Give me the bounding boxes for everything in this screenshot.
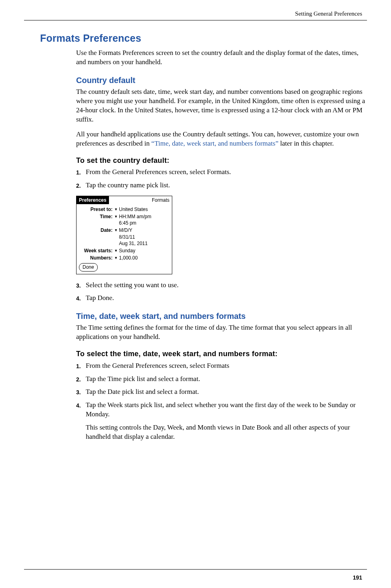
dropdown-icon[interactable]: ▼ [114,213,119,219]
step-text: Select the setting you want to use. [86,281,367,290]
dropdown-icon[interactable]: ▼ [114,247,119,253]
step-text: Tap the Week starts pick list, and selec… [86,401,367,419]
date-example1: 8/31/11 [119,234,169,240]
fmt-step-3: 3. Tap the Date pick list and select a f… [76,387,367,397]
dropdown-icon[interactable]: ▼ [114,227,119,233]
step-num: 1. [76,361,86,370]
done-button[interactable]: Done [79,263,98,271]
step-text: From the General Preferences screen, sel… [86,168,367,177]
date-label: Date: [79,227,114,233]
footer-rule [24,569,367,570]
time-label: Time: [79,213,114,220]
preset-label: Preset to: [79,206,114,213]
country-steps-after: 3. Select the setting you want to use. 4… [76,281,367,303]
format-steps: 1. From the General Preferences screen, … [76,361,367,442]
country-default-para2: All your handheld applications use the C… [76,130,367,148]
step-num: 1. [76,168,86,176]
page-container: Setting General Preferences Formats Pref… [0,0,391,588]
step-text: Tap Done. [86,294,367,303]
proc-heading-formats: To select the time, date, week start, an… [76,349,367,359]
fmt-step-1: 1. From the General Preferences screen, … [76,361,367,371]
fmt-step-4: 4. Tap the Week starts pick list, and se… [76,401,367,442]
section-title: Formats Preferences [40,32,367,45]
top-rule [24,20,367,20]
date-row: Date: ▼ M/D/Y 8/31/11 Aug 31, 2011 [77,227,172,247]
step-4: 4. Tap Done. [76,294,367,303]
xref-time-formats[interactable]: “Time, date, week start, and numbers for… [151,140,278,147]
numbers-row: Numbers: ▼ 1,000.00 [77,254,172,262]
step-text: Tap the Time pick list and select a form… [86,375,367,384]
step-num: 3. [76,387,86,396]
fmt-step-2: 2. Tap the Time pick list and select a f… [76,375,367,384]
week-label: Week starts: [79,247,114,254]
step-1: 1. From the General Preferences screen, … [76,168,367,177]
running-header: Setting General Preferences [24,8,367,18]
time-example: 6:45 pm [119,220,169,226]
device-title: Preferences [77,196,109,204]
body-indent: Formats Preferences Use the Formats Pref… [76,32,367,442]
section-intro: Use the Formats Preferences screen to se… [76,49,367,67]
dropdown-icon[interactable]: ▼ [114,206,119,212]
step-3: 3. Select the setting you want to use. [76,281,367,290]
device-category: Formats [152,197,172,203]
week-row: Week starts: ▼ Sunday [77,247,172,254]
para2-tail: later in this chapter. [278,140,334,147]
step-extra: This setting controls the Day, Week, and… [86,423,367,442]
step-text: Tap the Date pick list and select a form… [86,387,367,397]
step-text: From the General Preferences screen, sel… [86,361,367,371]
step-num: 2. [76,181,86,190]
device-done-row: Done [79,263,172,271]
date-format: M/D/Y [119,227,169,233]
time-value: HH:MM am/pm 6:45 pm [119,213,169,226]
proc-heading-country: To set the country default: [76,156,367,165]
time-formats-heading: Time, date, week start, and numbers form… [76,311,367,322]
device-screenshot: Preferences Formats Preset to: ▼ United … [76,196,172,274]
content: Formats Preferences Use the Formats Pref… [24,32,367,442]
numbers-value: 1,000.00 [119,255,169,261]
page-number: 191 [353,574,362,582]
step-num: 4. [76,401,86,410]
step-num: 3. [76,281,86,290]
country-default-para1: The country default sets date, time, wee… [76,87,367,124]
preset-row: Preset to: ▼ United States [77,206,172,213]
date-value: M/D/Y 8/31/11 Aug 31, 2011 [119,227,169,247]
time-format: HH:MM am/pm [119,213,169,220]
step-num: 2. [76,375,86,383]
step-num: 4. [76,294,86,302]
time-row: Time: ▼ HH:MM am/pm 6:45 pm [77,213,172,227]
country-steps: 1. From the General Preferences screen, … [76,168,367,190]
date-example2: Aug 31, 2011 [119,240,169,247]
dropdown-icon[interactable]: ▼ [114,255,119,260]
country-default-heading: Country default [76,75,367,86]
device-titlebar: Preferences Formats [77,196,172,204]
time-formats-para: The Time setting defines the format for … [76,323,367,342]
week-value: Sunday [119,247,169,254]
preset-value: United States [119,206,169,213]
step-text: Tap the country name pick list. [86,181,367,190]
numbers-label: Numbers: [79,255,114,261]
step-2: 2. Tap the country name pick list. [76,181,367,190]
